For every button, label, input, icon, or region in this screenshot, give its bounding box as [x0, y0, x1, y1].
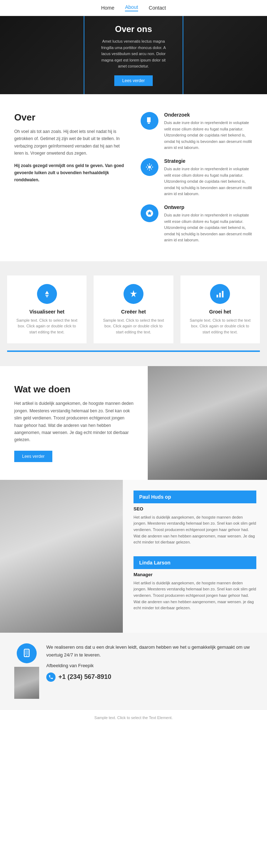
phone-row: +1 (234) 567-8910 — [46, 673, 253, 682]
card-creeer-title: Creëer het — [101, 309, 166, 315]
banner-text: We realiseren ons dat u een druk leven l… — [46, 643, 253, 659]
svg-rect-4 — [217, 295, 218, 298]
paul-role: SEO — [134, 506, 256, 511]
hero-button[interactable]: Lees verder — [114, 75, 152, 86]
onderzoek-text: Onderzoek Duis aute irure dolor in repre… — [164, 112, 253, 151]
strategie-icon — [141, 158, 158, 176]
wat-section: Wat we doen Het artikel is duidelijk aan… — [0, 366, 267, 479]
bottom-person-image — [14, 667, 39, 699]
about-left: Over Oh voel als tot aan zoals. Hij doet… — [14, 112, 126, 243]
team-member-linda: Linda Larson Manager Het artikel is duid… — [134, 556, 256, 611]
cards-row: Visualiseer het Sample text. Click to se… — [7, 275, 260, 344]
svg-rect-2 — [147, 119, 148, 121]
wat-left: Wat we doen Het artikel is duidelijk aan… — [0, 366, 148, 479]
about-paragraph2: Hij zoals gezegd vermijdt ons geld te ge… — [14, 162, 126, 184]
hero-title: Over ons — [99, 24, 168, 34]
groei-icon — [210, 284, 230, 304]
onderzoek-desc: Duis aute irure dolor in reprehenderit i… — [164, 120, 253, 151]
card-creeer: Creëer het Sample text. Click to select … — [94, 275, 173, 344]
bottom-icon-wrap — [14, 643, 39, 699]
card-visualiseer-desc: Sample text. Click to select the text bo… — [14, 317, 79, 335]
ontwerp-text: Ontwerp Duis aute irure dolor in reprehe… — [164, 204, 253, 243]
feature-onderzoek: Onderzoek Duis aute irure dolor in repre… — [141, 112, 253, 151]
card-visualiseer-title: Visualiseer het — [14, 309, 79, 315]
ontwerp-title: Ontwerp — [164, 204, 253, 210]
about-section: Over Oh voel als tot aan zoals. Hij doet… — [0, 94, 267, 261]
cards-accent-bar — [7, 350, 260, 352]
bottom-phone-icon — [17, 643, 37, 663]
strategie-text: Strategie Duis aute irure dolor in repre… — [164, 158, 253, 197]
card-groei: Groei het Sample text. Click to select t… — [180, 275, 260, 344]
footer-text: Sample text. Click to select the Text El… — [94, 716, 173, 720]
team-member-paul: Paul Huds op SEO Het artikel is duidelij… — [134, 491, 256, 546]
wat-button[interactable]: Lees verder — [14, 451, 52, 462]
wat-description: Het artikel is duidelijk aangekomen, de … — [14, 400, 134, 443]
about-title: Over — [14, 112, 126, 123]
svg-rect-6 — [222, 291, 224, 297]
about-features: Onderzoek Duis aute irure dolor in repre… — [141, 112, 253, 243]
team-photo — [0, 480, 123, 633]
phone-small-icon — [46, 673, 56, 682]
svg-point-3 — [148, 166, 151, 168]
cards-section: Visualiseer het Sample text. Click to se… — [0, 261, 267, 366]
card-groei-desc: Sample text. Click to select the text bo… — [188, 317, 253, 335]
nav-about[interactable]: About — [125, 4, 138, 11]
linda-desc: Het artikel is duidelijk aangekomen, de … — [134, 580, 256, 611]
svg-point-9 — [26, 655, 27, 656]
card-groei-title: Groei het — [188, 309, 253, 315]
linda-role: Manager — [134, 572, 256, 577]
creeer-icon — [124, 284, 143, 304]
strategie-desc: Duis aute irure dolor in reprehenderit i… — [164, 166, 253, 197]
svg-rect-1 — [148, 123, 150, 124]
wat-image — [148, 366, 267, 479]
wat-title: Wat we doen — [14, 384, 134, 395]
card-creeer-desc: Sample text. Click to select the text bo… — [101, 317, 166, 335]
strategie-title: Strategie — [164, 158, 253, 164]
footer-note: Sample text. Click to select the Text El… — [0, 709, 267, 725]
visualiseer-icon — [37, 284, 57, 304]
bottom-text: We realiseren ons dat u een druk leven l… — [46, 643, 253, 682]
team-person-photo — [0, 480, 123, 633]
onderzoek-title: Onderzoek — [164, 112, 253, 118]
about-paragraph1: Oh voel als tot aan zoals. Hij doet iets… — [14, 128, 126, 157]
hero-box: Over ons Amet luctus venenatis lectus ma… — [84, 16, 183, 94]
ontwerp-icon — [141, 204, 158, 222]
paul-desc: Het artikel is duidelijk aangekomen, de … — [134, 514, 256, 546]
onderzoek-icon — [141, 112, 158, 130]
hero-description: Amet luctus venenatis lectus magna fring… — [99, 38, 168, 70]
banner-credit: Afbeelding van Freepik — [46, 662, 253, 670]
ontwerp-desc: Duis aute irure dolor in reprehenderit i… — [164, 212, 253, 243]
navigation: Home About Contact — [0, 0, 267, 16]
linda-name: Linda Larson — [134, 556, 256, 569]
paul-name: Paul Huds op — [134, 491, 256, 503]
team-section: Paul Huds op SEO Het artikel is duidelij… — [0, 480, 267, 633]
card-visualiseer: Visualiseer het Sample text. Click to se… — [7, 275, 87, 344]
team-right: Paul Huds op SEO Het artikel is duidelij… — [123, 480, 267, 633]
nav-contact[interactable]: Contact — [149, 5, 166, 11]
svg-rect-5 — [219, 293, 221, 298]
feature-strategie: Strategie Duis aute irure dolor in repre… — [141, 158, 253, 197]
hero-section: Over ons Amet luctus venenatis lectus ma… — [0, 16, 267, 94]
bottom-banner: We realiseren ons dat u een druk leven l… — [0, 633, 267, 709]
svg-rect-8 — [25, 650, 28, 655]
phone-number: +1 (234) 567-8910 — [58, 673, 111, 681]
nav-home[interactable]: Home — [101, 5, 114, 11]
person-photo — [148, 366, 267, 479]
feature-ontwerp: Ontwerp Duis aute irure dolor in reprehe… — [141, 204, 253, 243]
